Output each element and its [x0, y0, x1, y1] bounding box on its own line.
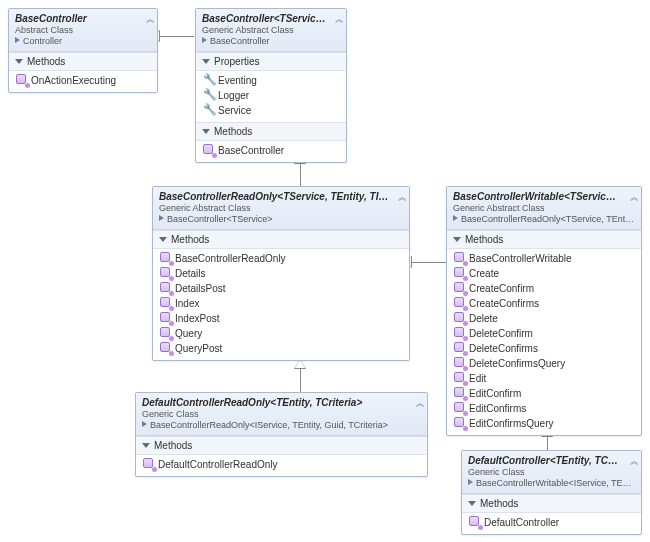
- section-header[interactable]: Methods: [462, 494, 641, 513]
- section-header[interactable]: Methods: [153, 230, 409, 249]
- section-header[interactable]: Methods: [447, 230, 641, 249]
- member-row[interactable]: CreateConfirms: [451, 296, 637, 311]
- class-basecontrollerreadonly[interactable]: BaseControllerReadOnly<TService, TEntity…: [152, 186, 410, 361]
- class-basecontroller[interactable]: BaseController Abstract Class Controller…: [8, 8, 158, 93]
- member-row[interactable]: Index: [157, 296, 405, 311]
- class-header: BaseController<TService> Generic Abstrac…: [196, 9, 346, 52]
- member-row[interactable]: DefaultController: [466, 515, 637, 530]
- member-row[interactable]: Query: [157, 326, 405, 341]
- chevrons-up-icon[interactable]: ︽: [630, 191, 637, 204]
- member-row[interactable]: DeleteConfirm: [451, 326, 637, 341]
- member-row[interactable]: Create: [451, 266, 637, 281]
- connector: [300, 367, 301, 392]
- class-header: BaseControllerReadOnly<TService, TEntity…: [153, 187, 409, 230]
- member-row[interactable]: EditConfirms: [451, 401, 637, 416]
- method-icon: [160, 297, 172, 309]
- member-name: EditConfirms: [469, 403, 526, 414]
- member-row[interactable]: EditConfirmsQuery: [451, 416, 637, 431]
- member-name: Query: [175, 328, 202, 339]
- member-name: Index: [175, 298, 199, 309]
- member-row[interactable]: DefaultControllerReadOnly: [140, 457, 423, 472]
- section-label: Methods: [171, 234, 209, 245]
- member-name: OnActionExecuting: [31, 75, 116, 86]
- inherits-arrow-icon: [202, 37, 207, 43]
- member-row[interactable]: Edit: [451, 371, 637, 386]
- member-row[interactable]: 🔧Eventing: [200, 73, 342, 88]
- class-title: DefaultControllerReadOnly<TEntity, TCrit…: [142, 397, 421, 408]
- method-icon: [454, 252, 466, 264]
- class-inherits: BaseControllerReadOnly<TService, TEntity…: [453, 214, 635, 224]
- chevrons-up-icon[interactable]: ︽: [398, 191, 405, 204]
- wrench-icon: 🔧: [203, 104, 215, 116]
- member-name: Service: [218, 105, 251, 116]
- connector: [547, 435, 548, 450]
- member-name: IndexPost: [175, 313, 219, 324]
- class-subtitle: Generic Abstract Class: [453, 203, 635, 213]
- member-row[interactable]: CreateConfirm: [451, 281, 637, 296]
- member-row[interactable]: Delete: [451, 311, 637, 326]
- inherits-arrow-icon: [468, 479, 473, 485]
- class-header: BaseControllerWritable<TService, TE... G…: [447, 187, 641, 230]
- chevrons-up-icon[interactable]: ︽: [335, 13, 342, 26]
- chevrons-up-icon[interactable]: ︽: [630, 455, 637, 468]
- member-list: DefaultController: [462, 513, 641, 534]
- method-icon: [454, 282, 466, 294]
- member-row[interactable]: BaseController: [200, 143, 342, 158]
- inherits-arrow-icon: [159, 215, 164, 221]
- method-icon: [160, 252, 172, 264]
- member-row[interactable]: OnActionExecuting: [13, 73, 153, 88]
- section-label: Properties: [214, 56, 260, 67]
- member-row[interactable]: DeleteConfirms: [451, 341, 637, 356]
- class-subtitle: Generic Class: [468, 467, 635, 477]
- member-name: BaseController: [218, 145, 284, 156]
- method-icon: [454, 417, 466, 429]
- member-row[interactable]: DetailsPost: [157, 281, 405, 296]
- member-name: DetailsPost: [175, 283, 226, 294]
- member-row[interactable]: EditConfirm: [451, 386, 637, 401]
- inherits-arrow-icon: [15, 37, 20, 43]
- member-row[interactable]: Details: [157, 266, 405, 281]
- member-name: Create: [469, 268, 499, 279]
- connector: [300, 162, 301, 186]
- member-row[interactable]: IndexPost: [157, 311, 405, 326]
- method-icon: [160, 342, 172, 354]
- class-defaultcontrollerreadonly[interactable]: DefaultControllerReadOnly<TEntity, TCrit…: [135, 392, 428, 477]
- method-icon: [454, 372, 466, 384]
- member-name: Eventing: [218, 75, 257, 86]
- section-header[interactable]: Methods: [9, 52, 157, 71]
- member-row[interactable]: 🔧Logger: [200, 88, 342, 103]
- class-title: BaseControllerReadOnly<TService, TEntity…: [159, 191, 403, 202]
- section-header[interactable]: Methods: [196, 122, 346, 141]
- class-title: DefaultController<TEntity, TCrit...: [468, 455, 635, 466]
- collapse-triangle-icon: [453, 237, 461, 242]
- section-label: Methods: [154, 440, 192, 451]
- class-subtitle: Generic Abstract Class: [159, 203, 403, 213]
- method-icon: [454, 312, 466, 324]
- chevrons-up-icon[interactable]: ︽: [416, 397, 423, 410]
- member-name: CreateConfirm: [469, 283, 534, 294]
- method-icon: [160, 327, 172, 339]
- class-basecontroller-tservice[interactable]: BaseController<TService> Generic Abstrac…: [195, 8, 347, 163]
- class-subtitle: Abstract Class: [15, 25, 151, 35]
- inherits-arrow-icon: [142, 421, 147, 427]
- wrench-icon: 🔧: [203, 74, 215, 86]
- member-row[interactable]: DeleteConfirmsQuery: [451, 356, 637, 371]
- member-list: BaseController: [196, 141, 346, 162]
- class-title: BaseControllerWritable<TService, TE...: [453, 191, 635, 202]
- section-label: Methods: [214, 126, 252, 137]
- member-row[interactable]: BaseControllerWritable: [451, 251, 637, 266]
- class-header: DefaultControllerReadOnly<TEntity, TCrit…: [136, 393, 427, 436]
- member-row[interactable]: 🔧Service: [200, 103, 342, 118]
- chevrons-up-icon[interactable]: ︽: [146, 13, 153, 26]
- section-header[interactable]: Methods: [136, 436, 427, 455]
- section-header[interactable]: Properties: [196, 52, 346, 71]
- class-basecontrollerwritable[interactable]: BaseControllerWritable<TService, TE... G…: [446, 186, 642, 436]
- class-defaultcontroller[interactable]: DefaultController<TEntity, TCrit... Gene…: [461, 450, 642, 535]
- member-list: DefaultControllerReadOnly: [136, 455, 427, 476]
- method-icon: [454, 267, 466, 279]
- method-icon: [454, 402, 466, 414]
- member-list: BaseControllerWritableCreateCreateConfir…: [447, 249, 641, 435]
- connector: [158, 36, 194, 37]
- member-row[interactable]: QueryPost: [157, 341, 405, 356]
- member-row[interactable]: BaseControllerReadOnly: [157, 251, 405, 266]
